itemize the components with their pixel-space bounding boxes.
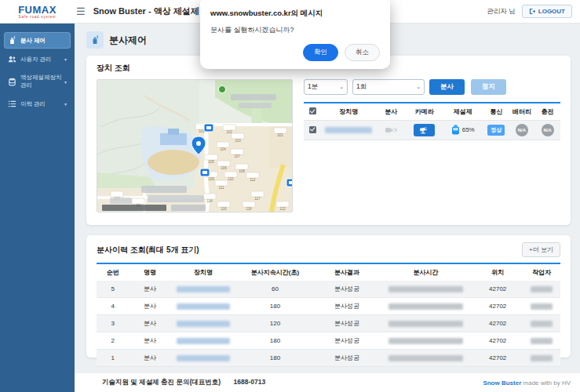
svg-text:112: 112 (250, 178, 256, 182)
cancel-button[interactable]: 취소 (345, 44, 380, 61)
cell-operator (523, 281, 560, 298)
col-device-name: 장치명 (171, 263, 236, 281)
col-camera: 카메라 (407, 103, 443, 121)
map-device-marker[interactable] (286, 179, 293, 187)
operator-redacted (531, 321, 553, 327)
cell-location: 42702 (472, 315, 523, 332)
map-poi-marker[interactable] (219, 86, 226, 93)
count-select-value: 1회 (356, 82, 367, 92)
cell-location: 42702 (472, 350, 523, 367)
cell-device-name (171, 298, 236, 315)
duration-select[interactable]: 1분 ⌄ (304, 79, 348, 95)
menu-toggle-icon[interactable]: ☰ (76, 5, 86, 17)
map-device-marker[interactable] (204, 124, 213, 132)
deicer-cell: 65% (443, 121, 483, 140)
camera-cell (407, 121, 443, 140)
spray-time-redacted (388, 355, 463, 361)
svg-text:110: 110 (228, 177, 234, 181)
history-row: 5분사60분사성공42702 (97, 281, 560, 298)
logo-tagline: Safe road system (0, 16, 75, 20)
sidebar-item-spray-control[interactable]: 분사 제어 (4, 32, 71, 49)
cell-command: 분사 (129, 281, 170, 298)
spray-time-redacted (388, 321, 463, 327)
col-deicer: 제설제 (443, 103, 483, 121)
col-spray: 분사 (376, 103, 407, 121)
map-scale (171, 205, 206, 211)
spray-button[interactable]: 분사 (429, 79, 465, 95)
history-tbody: 5분사60분사성공427024분사180분사성공427023분사120분사성공4… (97, 281, 560, 367)
chevron-down-icon: ⌄ (339, 84, 344, 90)
credit-brand[interactable]: Snow Buster (483, 379, 521, 387)
cell-device-name (171, 350, 236, 367)
sidebar: 분사 제어 사용자 관리 ▾ 액상제설제장치 관리 ▾ 이력 관리 ▾ (0, 24, 75, 392)
logout-button[interactable]: LOGOUT (522, 5, 572, 18)
device-name-redacted (325, 127, 372, 133)
cell-operator (523, 350, 560, 367)
spray-controls: 1분 ⌄ 1회 ⌄ 분사 정지 (304, 79, 560, 95)
chevron-down-icon: ▾ (64, 56, 67, 62)
cell-time (379, 298, 472, 315)
cell-no: 2 (97, 332, 129, 350)
cell-no: 1 (97, 350, 129, 367)
col-battery: 배터리 (509, 103, 535, 121)
col-result: 분사결과 (315, 263, 380, 281)
map-device-marker[interactable] (200, 169, 210, 176)
device-name-redacted (177, 321, 230, 327)
comm-cell: 정상 (483, 121, 509, 140)
device-query-card: 장치 조회 (86, 56, 571, 225)
support-contact: 기술지원 및 제설제 충진 문의(대표번호) 1688-0713 (102, 378, 265, 387)
camera-button[interactable] (414, 124, 435, 136)
cell-result: 분사성공 (315, 332, 380, 350)
history-row: 2분사180분사성공42702 (97, 332, 560, 350)
spray-icon (86, 31, 104, 49)
cell-operator (523, 332, 560, 350)
duration-select-value: 1분 (308, 82, 318, 92)
app-screen: FUMAX Safe road system ☰ Snow Buster - 액… (0, 0, 580, 392)
chevron-down-icon: ▾ (64, 101, 67, 107)
col-duration: 분사지속시간(초) (235, 263, 314, 281)
support-label: 기술지원 및 제설제 충진 문의(대표번호) (102, 378, 221, 386)
cell-duration: 180 (235, 298, 314, 315)
camera-icon (419, 127, 429, 134)
svg-text:108: 108 (239, 169, 245, 173)
history-list-icon (8, 100, 16, 108)
device-row-checkbox[interactable] (309, 126, 316, 133)
sidebar-item-label: 사용자 관리 (20, 56, 52, 64)
device-map[interactable]: 1011021031041071051061081091101121111141… (97, 79, 293, 212)
logo[interactable]: FUMAX Safe road system (0, 3, 75, 20)
main-content: 분사제어 장치 조회 (75, 24, 580, 373)
stop-button[interactable]: 정지 (471, 79, 506, 95)
svg-text:106: 106 (221, 166, 227, 170)
users-icon (8, 55, 16, 64)
cell-duration: 60 (235, 281, 314, 298)
chevron-down-icon: ⌄ (416, 84, 421, 90)
logout-icon (529, 8, 536, 15)
cell-result: 분사성공 (315, 281, 380, 298)
deicer-level-icon (451, 125, 460, 135)
device-name-redacted (177, 355, 230, 361)
svg-text:107: 107 (234, 154, 240, 158)
operator-redacted (531, 286, 553, 292)
cell-result: 분사성공 (315, 350, 380, 367)
sidebar-item-user-management[interactable]: 사용자 관리 ▾ (4, 51, 71, 67)
sidebar-item-device-management[interactable]: 액상제설제장치 관리 ▾ (4, 70, 71, 93)
page-title: 분사제어 (109, 34, 147, 47)
confirm-button[interactable]: 확인 (303, 44, 338, 61)
battery-na-badge: N/A (516, 124, 528, 136)
select-all-checkbox[interactable] (309, 107, 316, 114)
spray-status-cell (376, 121, 407, 140)
svg-text:117: 117 (254, 197, 261, 201)
sidebar-item-history-management[interactable]: 이력 관리 ▾ (4, 96, 71, 112)
history-row: 3분사120분사성공42702 (97, 315, 560, 332)
cell-time (379, 315, 472, 332)
spray-icon (8, 36, 16, 45)
count-select[interactable]: 1회 ⌄ (352, 79, 425, 95)
cell-no: 5 (97, 281, 129, 298)
cell-command: 분사 (129, 350, 170, 367)
history-section-title: 분사이력 조회(최대 5개 표기) (97, 245, 199, 256)
deicer-percent: 65% (462, 126, 475, 133)
more-button[interactable]: +더 보기 (522, 242, 560, 257)
operator-redacted (531, 303, 553, 310)
charge-cell: N/A (534, 121, 560, 140)
chevron-down-icon: ▾ (64, 79, 67, 85)
